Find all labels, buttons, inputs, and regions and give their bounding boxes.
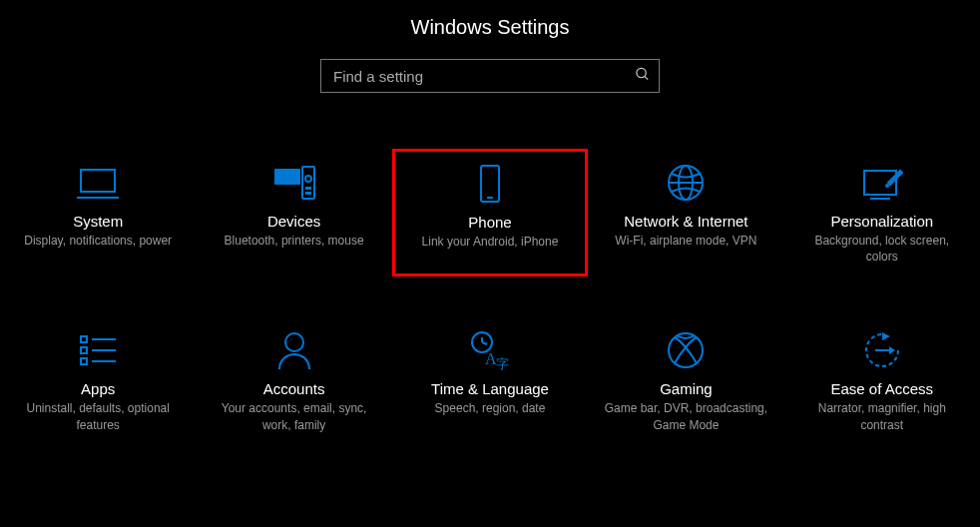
svg-point-18 (289, 180, 291, 182)
tile-desc: Uninstall, defaults, optional features (13, 400, 183, 432)
tile-ease-of-access[interactable]: Ease of Access Narrator, magnifier, high… (784, 316, 980, 444)
tile-desc: Your accounts, email, sync, work, family (210, 400, 379, 432)
svg-point-9 (293, 172, 295, 174)
svg-point-6 (281, 172, 283, 174)
display-icon (77, 161, 119, 205)
svg-point-12 (285, 176, 287, 178)
devices-icon (272, 161, 316, 205)
page-title: Windows Settings (0, 16, 980, 39)
tile-gaming[interactable]: Gaming Game bar, DVR, broadcasting, Game… (588, 316, 783, 444)
svg-rect-2 (81, 170, 115, 192)
svg-rect-33 (81, 347, 87, 353)
tile-title: Network & Internet (624, 213, 747, 230)
svg-point-5 (277, 172, 279, 174)
ease-of-access-icon (862, 328, 902, 372)
svg-rect-22 (305, 187, 311, 190)
tile-desc: Narrator, magnifier, high contrast (797, 400, 967, 432)
search-container (320, 59, 660, 93)
tile-devices[interactable]: Devices Bluetooth, printers, mouse (196, 149, 391, 276)
tile-apps[interactable]: Apps Uninstall, defaults, optional featu… (0, 316, 196, 444)
header: Windows Settings (0, 0, 980, 93)
tile-desc: Game bar, DVR, broadcasting, Game Mode (601, 400, 770, 432)
apps-icon (78, 328, 118, 372)
svg-rect-32 (81, 336, 87, 342)
svg-point-11 (281, 176, 283, 178)
settings-grid: System Display, notifications, power Dev… (0, 93, 980, 445)
svg-point-13 (289, 176, 291, 178)
svg-point-8 (289, 172, 291, 174)
tile-desc: Speech, region, date (435, 400, 546, 416)
tile-time-language[interactable]: A 字 Time & Language Speech, region, date (392, 316, 588, 444)
tile-network[interactable]: Network & Internet Wi-Fi, airplane mode,… (588, 149, 783, 276)
tile-title: Ease of Access (831, 380, 934, 397)
tile-desc: Wi-Fi, airplane mode, VPN (615, 233, 756, 249)
tile-accounts[interactable]: Accounts Your accounts, email, sync, wor… (196, 316, 391, 444)
svg-point-17 (285, 180, 287, 182)
svg-point-21 (305, 176, 311, 182)
svg-line-41 (482, 342, 487, 344)
tile-personalization[interactable]: Personalization Background, lock screen,… (784, 149, 980, 276)
tile-desc: Display, notifications, power (24, 233, 172, 249)
tile-title: Personalization (831, 213, 934, 230)
time-language-icon: A 字 (469, 328, 511, 372)
svg-point-19 (293, 180, 295, 182)
tile-system[interactable]: System Display, notifications, power (0, 149, 196, 276)
svg-point-14 (293, 176, 295, 178)
personalization-icon (860, 161, 904, 205)
tile-title: Apps (81, 380, 115, 397)
tile-phone[interactable]: Phone Link your Android, iPhone (392, 149, 588, 276)
svg-point-7 (285, 172, 287, 174)
svg-rect-24 (481, 166, 499, 202)
search-input[interactable] (320, 59, 660, 93)
tile-title: Phone (468, 214, 511, 231)
xbox-icon (666, 328, 706, 372)
tile-title: Devices (267, 213, 320, 230)
svg-rect-23 (305, 192, 311, 195)
svg-point-16 (281, 180, 283, 182)
tile-title: Accounts (263, 380, 325, 397)
svg-point-31 (885, 184, 889, 188)
svg-text:字: 字 (496, 356, 509, 370)
svg-marker-47 (889, 346, 895, 354)
phone-icon (478, 162, 502, 206)
svg-rect-34 (81, 358, 87, 364)
tile-title: System (73, 213, 123, 230)
tile-desc: Bluetooth, printers, mouse (225, 233, 364, 249)
person-icon (276, 328, 312, 372)
tile-title: Time & Language (431, 380, 549, 397)
tile-desc: Background, lock screen, colors (797, 233, 967, 264)
svg-point-15 (277, 180, 279, 182)
tile-desc: Link your Android, iPhone (422, 234, 559, 250)
svg-point-38 (285, 333, 303, 351)
svg-marker-45 (882, 332, 890, 340)
svg-point-10 (277, 176, 279, 178)
globe-icon (666, 161, 706, 205)
tile-title: Gaming (660, 380, 713, 397)
